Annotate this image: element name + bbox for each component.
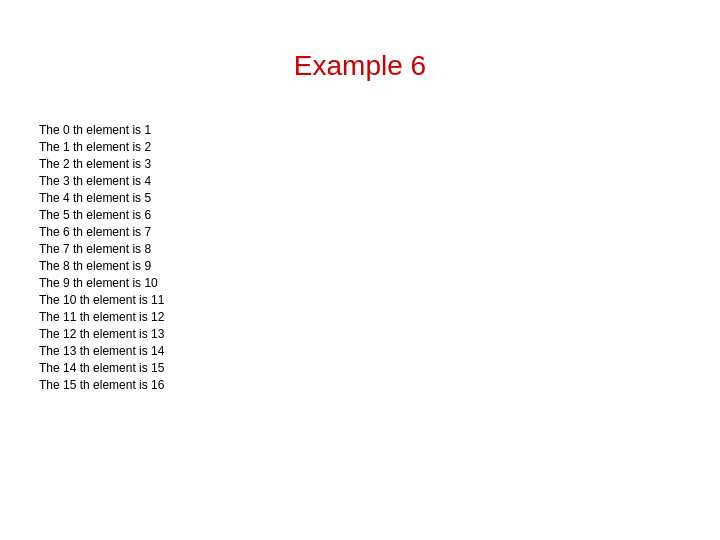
list-item: The 11 th element is 12 — [39, 309, 720, 326]
list-item: The 9 th element is 10 — [39, 275, 720, 292]
list-item: The 7 th element is 8 — [39, 241, 720, 258]
list-item: The 0 th element is 1 — [39, 122, 720, 139]
list-item: The 1 th element is 2 — [39, 139, 720, 156]
page-title: Example 6 — [0, 0, 720, 112]
page-container: Example 6 The 0 th element is 1The 1 th … — [0, 0, 720, 540]
list-item: The 4 th element is 5 — [39, 190, 720, 207]
list-item: The 3 th element is 4 — [39, 173, 720, 190]
list-item: The 2 th element is 3 — [39, 156, 720, 173]
content-area: The 0 th element is 1The 1 th element is… — [0, 112, 720, 394]
list-item: The 5 th element is 6 — [39, 207, 720, 224]
list-item: The 14 th element is 15 — [39, 360, 720, 377]
list-item: The 6 th element is 7 — [39, 224, 720, 241]
list-item: The 8 th element is 9 — [39, 258, 720, 275]
list-item: The 10 th element is 11 — [39, 292, 720, 309]
list-item: The 15 th element is 16 — [39, 377, 720, 394]
list-item: The 13 th element is 14 — [39, 343, 720, 360]
list-item: The 12 th element is 13 — [39, 326, 720, 343]
